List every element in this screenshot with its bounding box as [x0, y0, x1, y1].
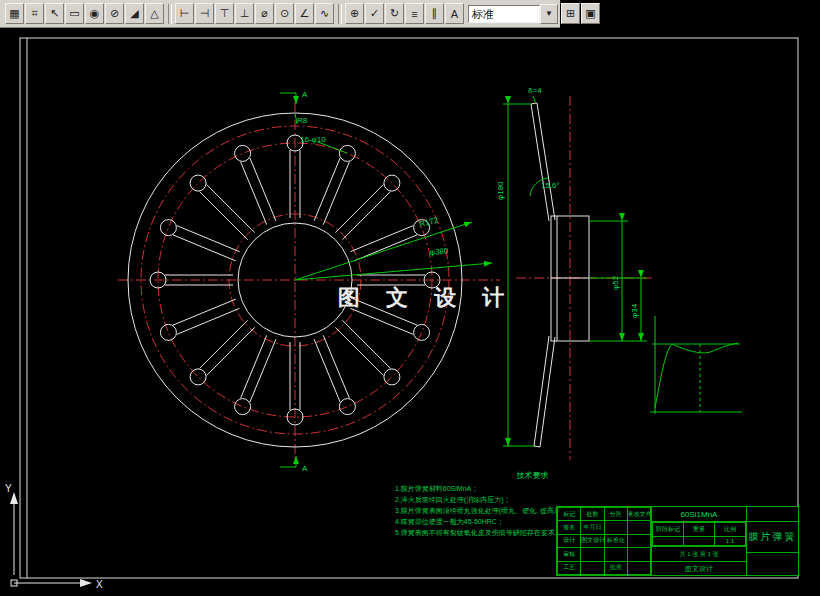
- title-block-cell: 标准化: [604, 534, 627, 547]
- title-block-cell: 标记: [558, 508, 581, 521]
- title-block-cell: 重量: [684, 523, 715, 537]
- title-block-cell: 设计: [558, 534, 581, 547]
- title-block-cell: [627, 521, 650, 534]
- chevron-down-icon[interactable]: ▼: [540, 4, 558, 24]
- title-block-right: 膜片弹簧: [746, 507, 798, 575]
- spline-icon[interactable]: ∿: [315, 3, 334, 24]
- drawing-canvas[interactable]: φ380 R172 16-φ10 R8 15.6° φ180 δ=4 φ52 φ…: [0, 28, 820, 596]
- title-block: 标记处数分区更改文件号签名年月日设计图文设计标准化审核工艺批准 60Si1MnA…: [556, 506, 799, 576]
- tech-requirement-line: 2.淬火后需经回火处理(消除内应力)；: [395, 494, 630, 505]
- dim-style-combobox[interactable]: 标准 ▼: [468, 4, 558, 24]
- dim-diameter-icon[interactable]: ⌀: [255, 3, 274, 24]
- dim-style-value[interactable]: 标准: [468, 5, 540, 23]
- title-block-cell: 图文设计: [581, 534, 604, 547]
- center-mark-icon[interactable]: ⊕: [345, 3, 364, 24]
- section-label-top: A: [302, 90, 308, 99]
- dim-thickness: δ=4: [528, 86, 542, 95]
- centerlines: [118, 96, 652, 462]
- text-style-icon[interactable]: A: [445, 3, 464, 24]
- title-block-middle: 60Si1MnA 阶段标记重量比例1:1 共 1 张 第 1 张 图文设计: [651, 507, 746, 575]
- circle-icon[interactable]: ◉: [85, 3, 104, 24]
- title-block-cell: 1:1: [715, 536, 746, 545]
- dim-slot-radius: R8: [297, 116, 308, 125]
- ucs-x-label: X: [96, 579, 103, 590]
- grid-snap-icon[interactable]: ▦: [5, 3, 24, 24]
- dim-side-height: φ180: [496, 181, 505, 200]
- polygon-icon[interactable]: △: [145, 3, 164, 24]
- part-name: 膜片弹簧: [747, 522, 798, 553]
- title-block-cell: [653, 536, 684, 545]
- dim-cone-angle: 15.6°: [541, 181, 560, 190]
- title-block-cell: [627, 561, 650, 574]
- title-block-cell: 批准: [604, 561, 627, 574]
- title-block-cell: 比例: [715, 523, 746, 537]
- hatch-icon[interactable]: ⌗: [25, 3, 44, 24]
- title-block-cell: 更改文件号: [627, 508, 650, 521]
- title-block-cell: 处数: [581, 508, 604, 521]
- solid-fill-icon[interactable]: ◢: [125, 3, 144, 24]
- dim-baseline-icon[interactable]: ⊤: [215, 3, 234, 24]
- title-block-cell: 分区: [604, 508, 627, 521]
- watermark-text: 图 文 设 计: [338, 283, 514, 313]
- dim-linear-icon[interactable]: ⊢: [175, 3, 194, 24]
- ucs-icon: [10, 492, 92, 587]
- tech-requirement-line: 1.膜片弹簧材料60SiMnA；: [395, 483, 630, 494]
- construction-line-icon[interactable]: ⊘: [105, 3, 124, 24]
- title-block-cell: [627, 548, 650, 561]
- title-block-cell: 年月日: [581, 521, 604, 534]
- title-block-cell: 阶段标记: [653, 523, 684, 537]
- dim-outer-diameter: φ380: [429, 246, 449, 257]
- title-block-scale-grid: 阶段标记重量比例1:1: [652, 522, 746, 546]
- title-block-cell: [604, 521, 627, 534]
- title-block-cell: 审核: [558, 548, 581, 561]
- layers-icon[interactable]: ≡: [405, 3, 424, 24]
- title-block-cell: [581, 561, 604, 574]
- toolbar-separator: [168, 4, 172, 24]
- material-spec: 60Si1MnA: [652, 507, 746, 522]
- title-block-cell: 签名: [558, 521, 581, 534]
- dim-hub-inner: φ34: [630, 303, 639, 318]
- select-icon[interactable]: ↖: [45, 3, 64, 24]
- sheet-count: 共 1 张 第 1 张: [652, 546, 746, 561]
- dim-hub-outer: φ52: [611, 275, 620, 290]
- side-view: [531, 103, 589, 447]
- drawing-number-cell: [747, 507, 798, 522]
- tech-requirements-title: 技术要求: [435, 470, 630, 481]
- title-block-cell: [627, 534, 650, 547]
- dim-update-icon[interactable]: ↻: [385, 3, 404, 24]
- title-block-cell: [581, 548, 604, 561]
- section-label-bottom: A: [302, 464, 308, 473]
- dim-style-icon[interactable]: ⊞: [561, 3, 580, 24]
- title-block-revision-grid: 标记处数分区更改文件号签名年月日设计图文设计标准化审核工艺批准: [557, 507, 651, 575]
- title-block-empty-cell: [747, 553, 798, 575]
- dim-angular-icon[interactable]: ∠: [295, 3, 314, 24]
- dim-continue-icon[interactable]: ⊥: [235, 3, 254, 24]
- dimension-toolbar: ▦⌗↖▭◉⊘◢△⊢⊣⊤⊥⌀⊙∠∿⊕✓↻≡∥A 标准 ▼ ⊞▣: [0, 0, 560, 28]
- dim-finger-holes: 16-φ10: [300, 135, 326, 144]
- dim-check-icon[interactable]: ✓: [365, 3, 384, 24]
- title-block-cell: [684, 536, 715, 545]
- dim-aligned-icon[interactable]: ⊣: [195, 3, 214, 24]
- cad-application-window: ▦⌗↖▭◉⊘◢△⊢⊣⊤⊥⌀⊙∠∿⊕✓↻≡∥A 标准 ▼ ⊞▣: [0, 0, 820, 596]
- rectangle-icon[interactable]: ▭: [65, 3, 84, 24]
- toolbar-separator: [338, 4, 342, 24]
- load-deflection-curve: [650, 316, 742, 414]
- dim-pitch-radius: R172: [418, 215, 439, 228]
- dim-radius-icon[interactable]: ⊙: [275, 3, 294, 24]
- parallel-icon[interactable]: ∥: [425, 3, 444, 24]
- properties-icon[interactable]: ▣: [581, 3, 600, 24]
- title-block-cell: 工艺: [558, 561, 581, 574]
- title-block-cell: [604, 548, 627, 561]
- company-name: 图文设计: [652, 561, 746, 575]
- ucs-y-label: Y: [5, 483, 12, 494]
